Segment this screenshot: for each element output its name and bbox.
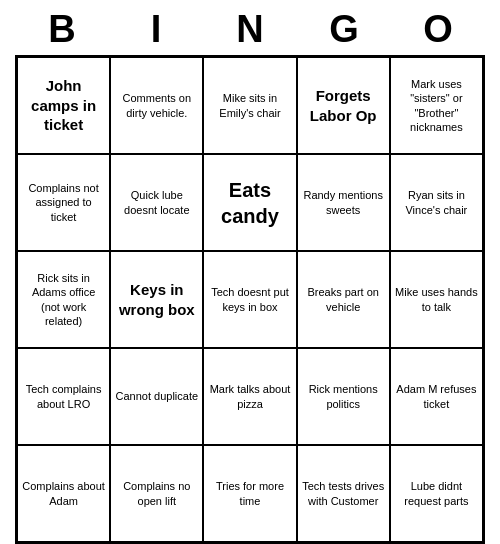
bingo-cell-18[interactable]: Rick mentions politics (297, 348, 390, 445)
bingo-cell-19[interactable]: Adam M refuses ticket (390, 348, 483, 445)
bingo-letter-o: O (395, 8, 481, 51)
bingo-cell-9[interactable]: Ryan sits in Vince's chair (390, 154, 483, 251)
bingo-cell-10[interactable]: Rick sits in Adams office (not work rela… (17, 251, 110, 348)
bingo-cell-17[interactable]: Mark talks about pizza (203, 348, 296, 445)
bingo-letter-n: N (207, 8, 293, 51)
bingo-grid: John camps in ticketComments on dirty ve… (15, 55, 485, 544)
bingo-cell-24[interactable]: Lube didnt request parts (390, 445, 483, 542)
bingo-cell-22[interactable]: Tries for more time (203, 445, 296, 542)
bingo-cell-0[interactable]: John camps in ticket (17, 57, 110, 154)
bingo-cell-7[interactable]: Eats candy (203, 154, 296, 251)
bingo-cell-20[interactable]: Complains about Adam (17, 445, 110, 542)
bingo-cell-21[interactable]: Complains no open lift (110, 445, 203, 542)
bingo-cell-23[interactable]: Tech tests drives with Customer (297, 445, 390, 542)
bingo-cell-4[interactable]: Mark uses "sisters" or "Brother" nicknam… (390, 57, 483, 154)
bingo-cell-2[interactable]: Mike sits in Emily's chair (203, 57, 296, 154)
bingo-letter-b: B (19, 8, 105, 51)
bingo-cell-5[interactable]: Complains not assigned to ticket (17, 154, 110, 251)
bingo-cell-11[interactable]: Keys in wrong box (110, 251, 203, 348)
bingo-cell-6[interactable]: Quick lube doesnt locate (110, 154, 203, 251)
bingo-cell-1[interactable]: Comments on dirty vehicle. (110, 57, 203, 154)
bingo-cell-8[interactable]: Randy mentions sweets (297, 154, 390, 251)
bingo-letter-i: I (113, 8, 199, 51)
bingo-letter-g: G (301, 8, 387, 51)
bingo-header: BINGO (15, 8, 485, 51)
bingo-cell-3[interactable]: Forgets Labor Op (297, 57, 390, 154)
bingo-cell-13[interactable]: Breaks part on vehicle (297, 251, 390, 348)
bingo-cell-15[interactable]: Tech complains about LRO (17, 348, 110, 445)
bingo-cell-12[interactable]: Tech doesnt put keys in box (203, 251, 296, 348)
bingo-cell-14[interactable]: Mike uses hands to talk (390, 251, 483, 348)
bingo-cell-16[interactable]: Cannot duplicate (110, 348, 203, 445)
